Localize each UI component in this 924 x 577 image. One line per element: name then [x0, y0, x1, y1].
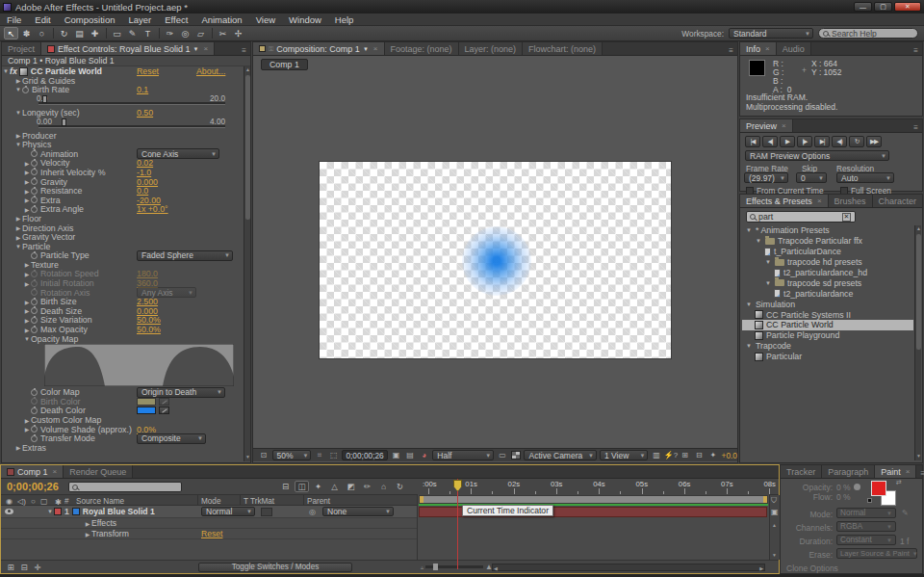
current-time-indicator-line[interactable] [457, 479, 458, 569]
first-frame-button[interactable]: |◀ [745, 136, 760, 147]
twirl-right-icon[interactable]: ▶ [23, 317, 31, 324]
scrollbar-thumb[interactable] [916, 234, 921, 350]
brainstorm-icon[interactable]: ⌂ [376, 481, 391, 492]
foreground-color-swatch[interactable] [871, 481, 886, 496]
hide-shy-layers-icon[interactable]: △ [327, 481, 342, 492]
type-tool[interactable]: T [141, 27, 155, 39]
play-button[interactable]: ▶ [780, 136, 795, 147]
live-update-icon[interactable]: ◫ [295, 481, 309, 492]
twirl-down-icon[interactable]: ▼ [745, 343, 753, 349]
menu-help[interactable]: Help [328, 14, 361, 25]
twirl-down-icon[interactable]: ▼ [755, 238, 762, 244]
twirl-right-icon[interactable]: ▶ [23, 169, 31, 175]
pen-tool[interactable]: ✎ [125, 27, 140, 39]
twirl-right-icon[interactable]: ▶ [23, 206, 31, 213]
hand-tool[interactable]: ✽ [19, 27, 34, 39]
frame-blending-icon[interactable]: ◩ [344, 481, 358, 492]
preset-trapcode-sd-presets[interactable]: ▼trapcode sd presets [742, 277, 913, 288]
camera-tool[interactable]: ▤ [72, 27, 87, 39]
preset-particular[interactable]: Particular [742, 352, 913, 362]
tab-tracker[interactable]: Tracker [781, 465, 822, 478]
expand-layers-icon[interactable]: ⊞ [5, 562, 16, 573]
clear-search-icon[interactable]: ✕ [842, 213, 851, 222]
property-value[interactable]: 1x +0.0° [137, 204, 168, 214]
twirl-down-icon[interactable]: ▼ [764, 259, 772, 265]
skip-dropdown[interactable]: 0▼ [796, 172, 827, 183]
twirl-right-icon[interactable]: ▶ [23, 160, 31, 167]
erase-dropdown[interactable]: Layer Source & Paint▼ [836, 548, 917, 559]
comp-marker-icon[interactable]: ⛉ [771, 496, 777, 506]
scroll-right-icon[interactable]: ▶ [759, 565, 763, 571]
snapshot-icon[interactable]: ▣ [391, 451, 402, 460]
tab-project[interactable]: Project [2, 42, 41, 55]
menu-window[interactable]: Window [282, 14, 328, 25]
draft-3d-icon[interactable]: ✦ [311, 481, 325, 492]
minimize-button[interactable]: — [854, 2, 872, 12]
reset-exposure-icon[interactable]: ✦ [707, 451, 719, 460]
close-tab-icon[interactable]: × [373, 44, 378, 53]
twirl-right-icon[interactable]: ▶ [23, 188, 31, 195]
preset-t2-particulardance[interactable]: t2_particulardance [742, 288, 913, 299]
property-value[interactable]: 0.000 [137, 306, 158, 316]
preset-trapcode-hd-presets[interactable]: ▼trapcode hd presets [742, 257, 913, 268]
eyedropper-icon[interactable] [159, 398, 169, 406]
twirl-right-icon[interactable]: ▶ [14, 132, 22, 139]
stopwatch-icon[interactable] [31, 178, 38, 185]
preset-simulation[interactable]: ▼Simulation [742, 299, 913, 309]
twirl-right-icon[interactable]: ▶ [23, 271, 31, 277]
mask-tool[interactable]: ▭ [110, 27, 124, 39]
maximize-button[interactable]: ▢ [874, 2, 892, 12]
twirl-right-icon[interactable]: ▶ [23, 327, 31, 333]
duration-frames-value[interactable]: 1 f [900, 537, 909, 546]
twirl-down-icon[interactable]: ▼ [2, 68, 10, 74]
birth-color-swatch[interactable] [137, 398, 156, 406]
slider-thumb[interactable] [62, 118, 66, 126]
stopwatch-icon[interactable] [31, 271, 38, 277]
tab-character[interactable]: Character [873, 195, 924, 207]
show-snapshot-icon[interactable]: ▤ [404, 451, 416, 460]
menu-view[interactable]: View [249, 14, 282, 25]
property-value[interactable]: 0.50 [137, 108, 153, 118]
composition-mini-flowchart-icon[interactable]: ⊟ [278, 481, 293, 492]
preset-trapcode[interactable]: ▼Trapcode [742, 341, 913, 352]
effect-controls-scrollbar[interactable]: ▲ ▼ [244, 66, 250, 461]
tab-comp-1[interactable]: Comp 1× [1, 465, 64, 478]
about-link[interactable]: About... [196, 66, 225, 76]
panel-menu-icon[interactable]: ≡ [910, 123, 922, 132]
property-value[interactable]: 50.0% [137, 325, 161, 334]
slider-track[interactable] [38, 102, 225, 105]
pickwhip-icon[interactable]: ◎ [309, 508, 316, 516]
opacity-map-graph[interactable] [2, 343, 243, 387]
menu-animation[interactable]: Animation [194, 14, 248, 25]
tab-composition-comp-1[interactable]: ⚿Composition: Comp 1▼× [253, 42, 385, 55]
search-help-input[interactable]: Search Help [818, 28, 918, 39]
close-tab-icon[interactable]: × [906, 467, 911, 476]
property-value[interactable]: 180.0 [137, 269, 158, 278]
death-color-swatch[interactable] [137, 407, 156, 414]
stopwatch-icon[interactable] [31, 407, 38, 414]
zoom-out-mountain-icon[interactable]: ▵ [421, 564, 424, 570]
twirl-right-icon[interactable]: ▶ [23, 307, 31, 314]
scroll-down-icon[interactable]: ▼ [244, 454, 251, 461]
scroll-up-icon[interactable]: ▲ [244, 66, 251, 74]
preset-t-particulardance[interactable]: t_ParticularDance [742, 247, 913, 257]
timeline-search-input[interactable] [68, 482, 182, 492]
parent-dropdown[interactable]: None▼ [322, 507, 394, 516]
work-area-bar[interactable] [419, 495, 768, 504]
panel-menu-icon[interactable]: ≡ [916, 469, 924, 478]
twirl-right-icon[interactable]: ▶ [14, 77, 22, 84]
safe-margins-icon[interactable]: ⬚ [328, 451, 340, 460]
stopwatch-icon[interactable] [31, 206, 38, 213]
stopwatch-icon[interactable] [31, 150, 38, 157]
parent-column[interactable]: Parent [307, 497, 330, 506]
transform-group-label[interactable]: Transform [91, 529, 129, 538]
pixel-aspect-icon[interactable]: ▥ [651, 451, 662, 460]
selection-tool[interactable]: ↖ [4, 27, 18, 39]
presets-search-input[interactable]: part ✕ [746, 211, 856, 223]
preset-trapcode-particular-ffx[interactable]: ▼Trapcode Particular ffx [742, 236, 913, 247]
ram-preview-button[interactable]: ▶▶ [866, 136, 882, 147]
trkmat-column[interactable]: T TrkMat [244, 497, 274, 506]
preset-cc-particle-world[interactable]: CC Particle World [742, 320, 913, 330]
tab-brushes[interactable]: Brushes [829, 195, 873, 207]
property-value[interactable]: 0.000 [137, 177, 158, 187]
